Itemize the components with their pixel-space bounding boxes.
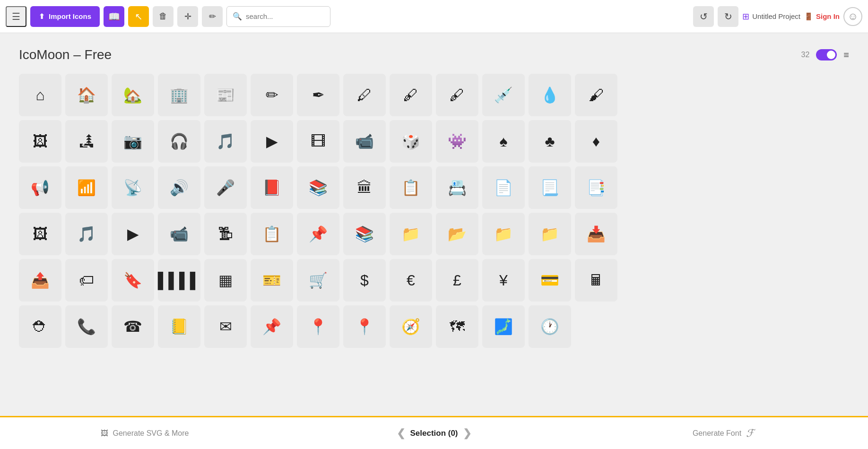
icon-tags[interactable]: 🔖: [112, 259, 154, 302]
icon-folder-download[interactable]: 📥: [575, 213, 617, 255]
redo-icon: ↻: [724, 11, 732, 22]
icon-qrcode[interactable]: ▦: [204, 259, 247, 302]
delete-icon: 🗑: [159, 11, 167, 21]
delete-tool-button[interactable]: 🗑: [153, 6, 174, 27]
icon-file-image[interactable]: 🖼: [19, 213, 61, 255]
icon-file-play[interactable]: ▶: [112, 213, 154, 255]
icon-copy[interactable]: 📃: [529, 166, 571, 209]
icon-music[interactable]: 🎵: [204, 120, 247, 163]
header: ☰ ⬆ Import Icons 📖 ↖ 🗑 ✛ ✏ 🔍 ↺ ↻ ⊞ Untit…: [0, 0, 868, 33]
icon-home1[interactable]: ⌂: [19, 74, 61, 116]
icon-file-text[interactable]: 📋: [390, 166, 432, 209]
icon-euro[interactable]: €: [390, 259, 432, 302]
icon-pacman[interactable]: 👾: [436, 120, 478, 163]
icon-bullhorn[interactable]: 📢: [19, 166, 61, 209]
icon-spades[interactable]: ♠: [482, 120, 525, 163]
icon-credit-card[interactable]: 💳: [529, 259, 571, 302]
icon-podcast[interactable]: 🔊: [158, 166, 200, 209]
icon-folder-minus[interactable]: 📁: [529, 213, 571, 255]
icon-wifi[interactable]: 📶: [65, 166, 108, 209]
icon-pencil[interactable]: ✏: [251, 74, 293, 116]
icon-folder-open[interactable]: 📂: [436, 213, 478, 255]
icon-history[interactable]: 🕐: [529, 305, 571, 348]
icon-address-book[interactable]: 📒: [158, 305, 200, 348]
generate-font-section[interactable]: Generate Font ℱ: [579, 427, 868, 440]
icon-envelope[interactable]: ✉: [204, 305, 247, 348]
right-arrow[interactable]: ❯: [463, 427, 471, 440]
edit-tool-button[interactable]: ✏: [202, 6, 223, 27]
icon-phone[interactable]: 📞: [65, 305, 108, 348]
icon-pound[interactable]: £: [436, 259, 478, 302]
icon-droplet[interactable]: 💧: [529, 74, 571, 116]
icon-barcode[interactable]: ▌▌▌▌: [158, 259, 200, 302]
icon-book1[interactable]: 📕: [251, 166, 293, 209]
icon-video-camera[interactable]: 📹: [343, 120, 386, 163]
icon-image1[interactable]: 🖼: [19, 120, 61, 163]
icon-copy3[interactable]: 📋: [251, 213, 293, 255]
icon-eyedropper[interactable]: 💉: [482, 74, 525, 116]
undo-button[interactable]: ↺: [693, 6, 714, 27]
icon-location2[interactable]: 📍: [343, 305, 386, 348]
redo-button[interactable]: ↻: [718, 6, 738, 27]
search-input[interactable]: [246, 12, 324, 20]
select-tool-button[interactable]: ↖: [128, 6, 149, 27]
import-icons-button[interactable]: ⬆ Import Icons: [30, 6, 100, 27]
icon-home2[interactable]: 🏠: [65, 74, 108, 116]
library-icon: 📖: [108, 11, 120, 22]
icon-location[interactable]: 📍: [297, 305, 339, 348]
icon-home3[interactable]: 🏡: [112, 74, 154, 116]
icon-paste[interactable]: 📌: [297, 213, 339, 255]
icon-play[interactable]: ▶: [251, 120, 293, 163]
icon-folder-upload[interactable]: 📤: [19, 259, 61, 302]
avatar[interactable]: ☺: [843, 7, 862, 26]
icon-tag[interactable]: 🏷: [65, 259, 108, 302]
icon-library[interactable]: 🏛: [343, 166, 386, 209]
icon-fountain-pen[interactable]: 🖋: [436, 74, 478, 116]
icon-copy2[interactable]: 📑: [575, 166, 617, 209]
icon-film[interactable]: 🎞: [297, 120, 339, 163]
icon-broadcast[interactable]: 📡: [112, 166, 154, 209]
generate-svg-section[interactable]: 🖼 Generate SVG & More: [0, 429, 289, 438]
icon-newspaper[interactable]: 📰: [204, 74, 247, 116]
icon-image2[interactable]: 🏞: [65, 120, 108, 163]
icon-stack[interactable]: 📚: [343, 213, 386, 255]
icon-camera[interactable]: 📷: [112, 120, 154, 163]
icon-calculator[interactable]: 🖩: [575, 259, 617, 302]
move-tool-button[interactable]: ✛: [177, 6, 198, 27]
icon-clubs[interactable]: ♣: [529, 120, 571, 163]
icon-compass1[interactable]: 🧭: [390, 305, 432, 348]
icon-map2[interactable]: 🗾: [482, 305, 525, 348]
icon-cart[interactable]: 🛒: [297, 259, 339, 302]
library-button[interactable]: 📖: [104, 6, 124, 27]
icon-dice[interactable]: 🎲: [390, 120, 432, 163]
icon-file-music[interactable]: 🎵: [65, 213, 108, 255]
project-name-label: Untitled Project: [752, 12, 800, 20]
icon-diamonds[interactable]: ♦: [575, 120, 617, 163]
icon-file-video[interactable]: 📹: [158, 213, 200, 255]
icon-file-zip[interactable]: 🗜: [204, 213, 247, 255]
icon-file[interactable]: 📄: [482, 166, 525, 209]
icon-lifebuoy[interactable]: ⛑: [19, 305, 61, 348]
view-toggle[interactable]: [816, 49, 837, 60]
icon-office[interactable]: 🏢: [158, 74, 200, 116]
icon-pen1[interactable]: 🖊: [343, 74, 386, 116]
icon-mic[interactable]: 🎤: [204, 166, 247, 209]
icon-phone2[interactable]: ☎: [112, 305, 154, 348]
list-view-button[interactable]: ≡: [843, 50, 849, 60]
icon-ticket[interactable]: 🎫: [251, 259, 293, 302]
icon-headphones[interactable]: 🎧: [158, 120, 200, 163]
icon-books[interactable]: 📚: [297, 166, 339, 209]
icon-folder-plus[interactable]: 📁: [482, 213, 525, 255]
icon-quill[interactable]: ✒: [297, 74, 339, 116]
icon-folder[interactable]: 📁: [390, 213, 432, 255]
icon-yen[interactable]: ¥: [482, 259, 525, 302]
icon-pushpin[interactable]: 📌: [251, 305, 293, 348]
menu-button[interactable]: ☰: [6, 6, 26, 27]
icon-paint-format[interactable]: 🖌: [575, 74, 617, 116]
left-arrow[interactable]: ❮: [397, 427, 405, 440]
icon-profile[interactable]: 📇: [436, 166, 478, 209]
icon-map1[interactable]: 🗺: [436, 305, 478, 348]
sign-in-button[interactable]: 🚪 Sign In: [804, 12, 840, 21]
icon-pen2[interactable]: 🖋: [390, 74, 432, 116]
icon-dollar[interactable]: $: [343, 259, 386, 302]
